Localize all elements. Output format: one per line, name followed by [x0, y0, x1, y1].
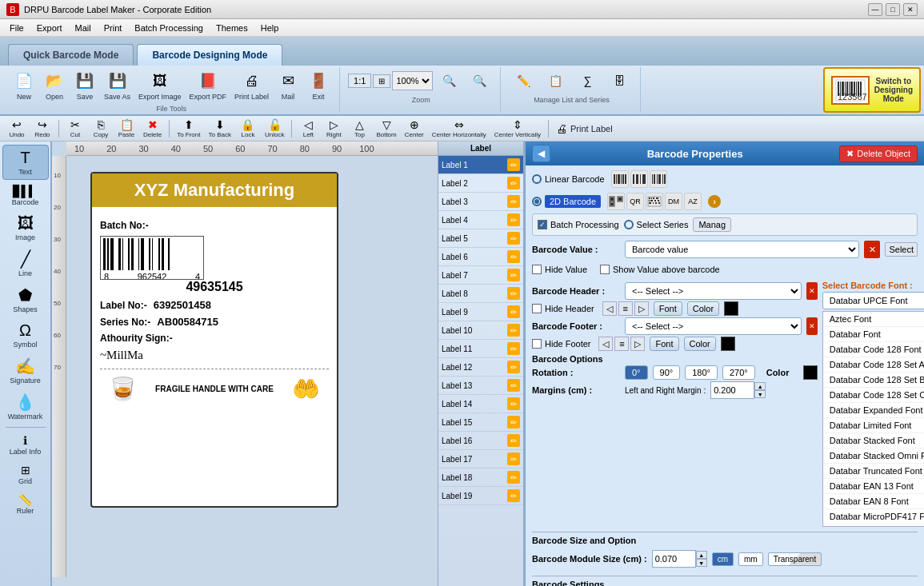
menu-export[interactable]: Export: [30, 22, 69, 34]
label-item-12[interactable]: Label 12 ✏: [438, 358, 523, 377]
menu-batch[interactable]: Batch Processing: [128, 22, 210, 34]
barcode-icon-1[interactable]: [611, 170, 629, 188]
save-button[interactable]: 💾 Save: [70, 67, 99, 103]
header-align-right-btn[interactable]: ▷: [634, 301, 649, 316]
2d-icon-5[interactable]: AZ: [684, 193, 702, 210]
barcode-value-clear-btn[interactable]: ✕: [864, 241, 880, 258]
label-12-edit-icon[interactable]: ✏: [507, 361, 520, 373]
module-spin-down[interactable]: ▼: [696, 559, 707, 567]
select-series-radio[interactable]: Select Series: [624, 220, 689, 229]
open-button[interactable]: 📂 Open: [40, 67, 69, 103]
font-aztec[interactable]: Aztec Font: [823, 312, 924, 327]
batch-processing-checkbox[interactable]: ✓ Batch Processing: [538, 220, 619, 229]
2d-icon-1[interactable]: [607, 193, 625, 210]
align-bottom-button[interactable]: ▽ Bottom: [373, 117, 399, 140]
redo-button[interactable]: ↪ Redo: [30, 117, 54, 140]
label-16-edit-icon[interactable]: ✏: [507, 434, 520, 447]
font-truncated[interactable]: Databar Truncated Font: [823, 464, 924, 479]
sidebar-item-barcode[interactable]: ▊▌▍ Barcode: [2, 181, 49, 209]
print-label-button[interactable]: 🖨 Print Label: [553, 121, 617, 137]
footer-clear-btn[interactable]: ✕: [806, 317, 818, 335]
hide-header-checkbox[interactable]: Hide Header: [532, 304, 594, 313]
back-button[interactable]: ◀: [532, 145, 550, 162]
sidebar-item-line[interactable]: ╱ Line: [2, 246, 49, 281]
footer-color-btn[interactable]: Color: [684, 337, 716, 351]
label-item-16[interactable]: Label 16 ✏: [438, 432, 523, 450]
close-button[interactable]: ✕: [903, 3, 918, 16]
label-1-edit-icon[interactable]: ✏: [507, 158, 520, 171]
2d-icon-4[interactable]: DM: [665, 193, 682, 210]
select-label[interactable]: Select: [885, 242, 918, 257]
label-item-14[interactable]: Label 14 ✏: [438, 395, 523, 413]
linear-barcode-radio[interactable]: Linear Barcode: [532, 174, 605, 184]
margin-spin-down[interactable]: ▼: [754, 390, 766, 398]
rotation-90-btn[interactable]: 90°: [653, 365, 681, 380]
sidebar-item-labelinfo[interactable]: ℹ Label Info: [2, 431, 49, 459]
label-item-18[interactable]: Label 18 ✏: [438, 468, 523, 487]
font-expanded[interactable]: Databar Expanded Font: [823, 403, 924, 418]
paste-button[interactable]: 📋 Paste: [114, 117, 138, 140]
header-font-btn[interactable]: Font: [654, 301, 682, 316]
tab-quick-barcode[interactable]: Quick Barcode Mode: [8, 44, 134, 66]
label-7-edit-icon[interactable]: ✏: [507, 269, 520, 281]
font-ean13[interactable]: Databar EAN 13 Font: [823, 479, 924, 494]
footer-align-left-btn[interactable]: ◁: [598, 337, 613, 351]
new-button[interactable]: 📄 New: [10, 67, 38, 103]
label-3-edit-icon[interactable]: ✏: [507, 195, 520, 208]
edit-icon-btn[interactable]: ✏️: [509, 67, 538, 94]
font-select-current[interactable]: Databar UPCE Font: [822, 292, 924, 309]
menu-print[interactable]: Print: [98, 22, 129, 34]
2d-icon-3[interactable]: [646, 193, 663, 210]
font-limited[interactable]: Databar Limited Font: [823, 418, 924, 433]
label-15-edit-icon[interactable]: ✏: [507, 416, 520, 429]
align-top-button[interactable]: △ Top: [347, 117, 371, 140]
sigma-icon-btn[interactable]: ∑: [573, 67, 602, 94]
zoom-out-button[interactable]: 🔍: [465, 67, 494, 94]
font-code128b[interactable]: Databar Code 128 Set B Font: [823, 373, 924, 388]
font-dropdown-list[interactable]: Aztec Font Databar Font Databar Code 128…: [822, 311, 924, 527]
copy-button[interactable]: ⎘ Copy: [89, 117, 113, 140]
sidebar-item-shapes[interactable]: ⬟ Shapes: [2, 282, 49, 317]
label-item-4[interactable]: Label 4 ✏: [438, 211, 523, 229]
undo-button[interactable]: ↩ Undo: [5, 117, 29, 140]
hide-value-checkbox[interactable]: Hide Value: [532, 265, 587, 274]
module-size-input[interactable]: [652, 550, 696, 568]
label-item-11[interactable]: Label 11 ✏: [438, 340, 523, 358]
label-10-edit-icon[interactable]: ✏: [507, 324, 520, 337]
delete-object-button[interactable]: ✖ Delete Object: [839, 146, 918, 162]
labels-scroll[interactable]: Label 1 ✏ Label 2 ✏ Label 3 ✏ Label 4 ✏ …: [438, 156, 523, 586]
footer-font-btn[interactable]: Font: [650, 337, 678, 351]
label-item-5[interactable]: Label 5 ✏: [438, 229, 523, 248]
label-item-9[interactable]: Label 9 ✏: [438, 303, 523, 321]
label-item-17[interactable]: Label 17 ✏: [438, 450, 523, 468]
barcode-color-swatch[interactable]: [803, 365, 818, 380]
rotation-180-btn[interactable]: 180°: [685, 365, 718, 380]
canvas-content[interactable]: XYZ Manufacturing Batch No:-: [66, 156, 438, 577]
mail-button[interactable]: ✉ Mail: [274, 67, 302, 103]
barcode-footer-select[interactable]: <-- Select -->: [625, 317, 802, 335]
exportimage-button[interactable]: 🖼 Export Image: [135, 67, 185, 103]
label-2-edit-icon[interactable]: ✏: [507, 177, 520, 189]
label-14-edit-icon[interactable]: ✏: [507, 397, 520, 410]
toback-button[interactable]: ⬇ To Back: [205, 117, 234, 140]
margin-input[interactable]: [710, 381, 754, 399]
switch-designing-button[interactable]: 123567 Switch to Designing Mode: [823, 67, 921, 113]
transparent-btn[interactable]: Transparent: [768, 552, 822, 566]
zoom-select[interactable]: 100%: [392, 71, 433, 90]
data-icon-btn[interactable]: 🗄: [605, 67, 634, 94]
font-stacked-omni[interactable]: Databar Stacked Omni Font: [823, 448, 924, 464]
center-button[interactable]: ⊕ Center: [402, 117, 427, 140]
font-code128[interactable]: Databar Code 128 Font: [823, 342, 924, 357]
label-4-edit-icon[interactable]: ✏: [507, 213, 520, 226]
label-17-edit-icon[interactable]: ✏: [507, 452, 520, 465]
header-color-btn[interactable]: Color: [687, 301, 719, 316]
font-databar[interactable]: Databar Font: [823, 327, 924, 342]
label-item-6[interactable]: Label 6 ✏: [438, 248, 523, 266]
table-icon-btn[interactable]: 📋: [541, 67, 570, 94]
sidebar-item-grid[interactable]: ⊞ Grid: [2, 460, 49, 488]
align-left-button[interactable]: ◁ Left: [296, 117, 320, 140]
header-color-swatch[interactable]: [724, 301, 738, 316]
2d-barcode-radio[interactable]: 2D Barcode: [532, 195, 601, 208]
tofront-button[interactable]: ⬆ To Front: [174, 117, 203, 140]
cm-unit-btn[interactable]: cm: [712, 552, 734, 566]
